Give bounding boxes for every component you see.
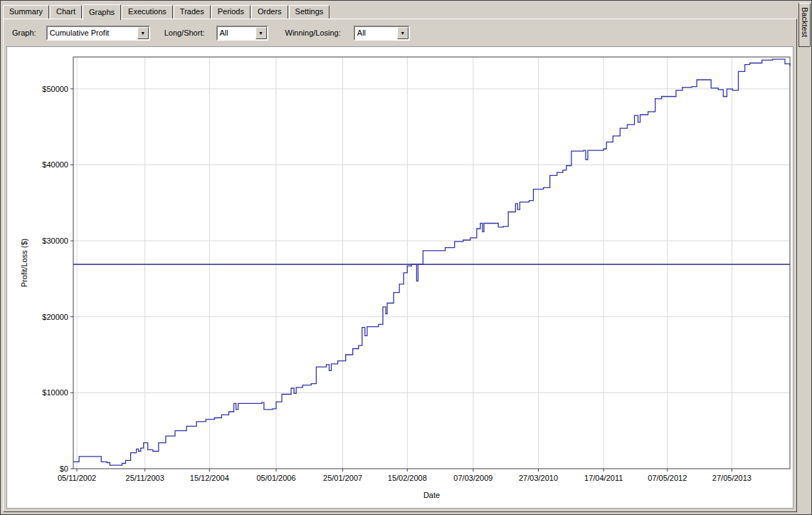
svg-text:25/01/2007: 25/01/2007 — [323, 474, 362, 482]
winning-losing-label: Winning/Losing: — [285, 28, 341, 37]
graph-select-label: Graph: — [12, 28, 36, 37]
tab-graphs[interactable]: Graphs — [83, 4, 121, 20]
svg-text:05/01/2006: 05/01/2006 — [256, 474, 295, 482]
svg-text:15/02/2008: 15/02/2008 — [388, 474, 427, 482]
chevron-down-icon[interactable]: ▼ — [255, 27, 267, 39]
graph-select-value: Cumulative Profit — [48, 27, 137, 39]
graph-toolbar: Graph: Cumulative Profit ▼ Long/Short: A… — [4, 19, 796, 46]
long-short-value: All — [218, 27, 255, 39]
svg-text:07/05/2012: 07/05/2012 — [648, 474, 687, 482]
backtest-window: Summary Chart Graphs Executions Trades P… — [0, 0, 812, 515]
tab-chart[interactable]: Chart — [50, 5, 82, 19]
svg-text:$20000: $20000 — [42, 313, 68, 321]
svg-text:$40000: $40000 — [42, 160, 68, 169]
tab-trades[interactable]: Trades — [174, 5, 211, 19]
svg-text:15/12/2004: 15/12/2004 — [190, 474, 229, 482]
svg-text:27/03/2010: 27/03/2010 — [519, 474, 558, 482]
svg-text:05/11/2002: 05/11/2002 — [58, 474, 96, 482]
cumulative-profit-chart: $0$10000$20000$30000$40000$5000005/11/20… — [7, 47, 793, 508]
svg-text:Date: Date — [423, 491, 440, 499]
chevron-down-icon[interactable]: ▼ — [397, 27, 408, 39]
svg-text:$10000: $10000 — [42, 388, 68, 397]
side-tab-backtest[interactable]: Backtest — [798, 3, 811, 47]
tab-strip: Summary Chart Graphs Executions Trades P… — [1, 1, 797, 19]
long-short-select[interactable]: All ▼ — [216, 26, 268, 41]
side-tab-label: Backtest — [801, 7, 809, 46]
winning-losing-select[interactable]: All ▼ — [354, 26, 410, 41]
tab-settings[interactable]: Settings — [289, 5, 330, 19]
tab-periods[interactable]: Periods — [211, 5, 251, 19]
svg-text:$30000: $30000 — [42, 236, 68, 245]
long-short-label: Long/Short: — [164, 28, 205, 37]
svg-text:Profit/Loss ($): Profit/Loss ($) — [20, 239, 28, 287]
tab-executions[interactable]: Executions — [122, 5, 173, 19]
chart-panel: $0$10000$20000$30000$40000$5000005/11/20… — [6, 46, 793, 509]
graphs-tab-page: Graph: Cumulative Profit ▼ Long/Short: A… — [3, 19, 797, 512]
side-tab-strip: Backtest — [797, 1, 811, 514]
tab-summary[interactable]: Summary — [3, 5, 49, 19]
svg-text:27/05/2013: 27/05/2013 — [712, 474, 752, 482]
svg-text:$0: $0 — [60, 464, 68, 473]
svg-text:$50000: $50000 — [42, 85, 68, 93]
chevron-down-icon[interactable]: ▼ — [137, 27, 149, 39]
svg-text:07/03/2009: 07/03/2009 — [453, 474, 492, 482]
svg-text:25/11/2003: 25/11/2003 — [126, 474, 164, 482]
graph-select[interactable]: Cumulative Profit ▼ — [46, 26, 150, 41]
svg-text:17/04/2011: 17/04/2011 — [584, 474, 623, 482]
tab-orders[interactable]: Orders — [251, 5, 288, 19]
winning-losing-value: All — [355, 27, 397, 39]
